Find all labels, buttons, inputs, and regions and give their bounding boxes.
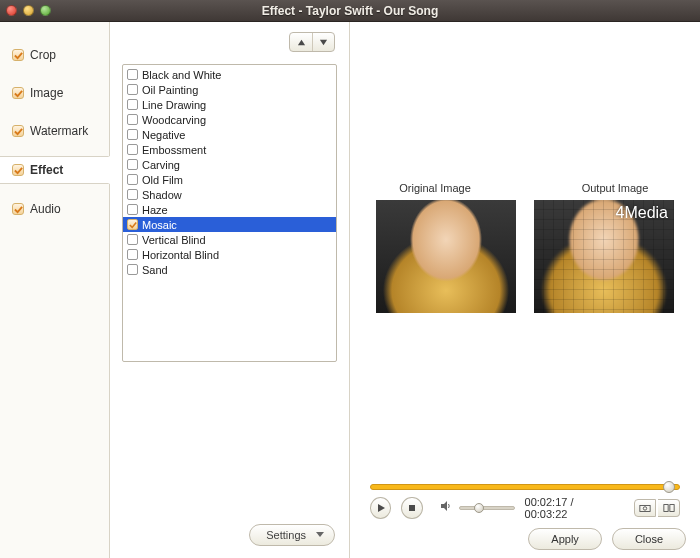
effect-checkbox[interactable] bbox=[127, 234, 138, 245]
effect-label: Shadow bbox=[142, 189, 182, 201]
settings-button-label: Settings bbox=[266, 529, 306, 541]
effect-label: Oil Painting bbox=[142, 84, 198, 96]
effect-row[interactable]: Woodcarving bbox=[123, 112, 336, 127]
sidebar-item-label: Effect bbox=[30, 163, 63, 177]
window-title: Effect - Taylor Swift - Our Song bbox=[0, 4, 700, 18]
effect-checkbox[interactable] bbox=[127, 159, 138, 170]
effect-list[interactable]: Black and WhiteOil PaintingLine DrawingW… bbox=[122, 64, 337, 362]
svg-rect-3 bbox=[663, 505, 667, 512]
effect-row[interactable]: Line Drawing bbox=[123, 97, 336, 112]
check-icon bbox=[12, 87, 24, 99]
reorder-buttons bbox=[289, 32, 335, 52]
move-down-button[interactable] bbox=[312, 33, 334, 51]
volume-control bbox=[439, 499, 515, 517]
effect-checkbox[interactable] bbox=[127, 129, 138, 140]
effect-checkbox[interactable] bbox=[127, 114, 138, 125]
stop-button[interactable] bbox=[401, 497, 422, 519]
svg-rect-4 bbox=[669, 505, 673, 512]
sidebar-item-label: Audio bbox=[30, 202, 61, 216]
check-icon bbox=[12, 49, 24, 61]
effect-label: Vertical Blind bbox=[142, 234, 206, 246]
effect-label: Sand bbox=[142, 264, 168, 276]
settings-button[interactable]: Settings bbox=[249, 524, 335, 546]
volume-thumb[interactable] bbox=[474, 503, 484, 513]
sidebar-item-label: Crop bbox=[30, 48, 56, 62]
sidebar-item-effect[interactable]: Effect bbox=[0, 156, 110, 184]
effect-row[interactable]: Oil Painting bbox=[123, 82, 336, 97]
effect-row[interactable]: Old Film bbox=[123, 172, 336, 187]
effect-label: Embossment bbox=[142, 144, 206, 156]
effect-label: Black and White bbox=[142, 69, 221, 81]
chevron-down-icon bbox=[316, 532, 324, 537]
effect-row[interactable]: Black and White bbox=[123, 67, 336, 82]
effect-row[interactable]: Sand bbox=[123, 262, 336, 277]
check-icon bbox=[12, 164, 24, 176]
check-icon bbox=[12, 125, 24, 137]
effect-label: Negative bbox=[142, 129, 185, 141]
effect-checkbox[interactable] bbox=[127, 204, 138, 215]
volume-slider[interactable] bbox=[459, 506, 515, 510]
apply-button[interactable]: Apply bbox=[528, 528, 602, 550]
effect-checkbox[interactable] bbox=[127, 84, 138, 95]
playback-controls: 00:02:17 / 00:03:22 bbox=[370, 496, 680, 520]
effect-row[interactable]: Horizontal Blind bbox=[123, 247, 336, 262]
effect-label: Carving bbox=[142, 159, 180, 171]
effect-label: Horizontal Blind bbox=[142, 249, 219, 261]
effect-checkbox[interactable] bbox=[127, 219, 138, 230]
effect-checkbox[interactable] bbox=[127, 174, 138, 185]
effect-checkbox[interactable] bbox=[127, 144, 138, 155]
svg-rect-0 bbox=[409, 505, 415, 511]
effect-label: Mosaic bbox=[142, 219, 177, 231]
effect-row[interactable]: Mosaic bbox=[123, 217, 336, 232]
effect-checkbox[interactable] bbox=[127, 69, 138, 80]
sidebar-item-label: Image bbox=[30, 86, 63, 100]
playback-thumb[interactable] bbox=[663, 481, 675, 493]
move-up-button[interactable] bbox=[290, 33, 312, 51]
close-button[interactable]: Close bbox=[612, 528, 686, 550]
sidebar-item-audio[interactable]: Audio bbox=[0, 196, 109, 222]
preview-panel: Original Image Output Image 4Media bbox=[350, 22, 700, 558]
preview-labels: Original Image Output Image bbox=[350, 182, 700, 194]
original-image-label: Original Image bbox=[365, 182, 505, 194]
effect-checkbox[interactable] bbox=[127, 264, 138, 275]
effect-row[interactable]: Shadow bbox=[123, 187, 336, 202]
effect-label: Haze bbox=[142, 204, 168, 216]
svg-point-2 bbox=[643, 507, 646, 510]
sidebar-item-watermark[interactable]: Watermark bbox=[0, 118, 109, 144]
playback-progress[interactable] bbox=[370, 484, 680, 490]
snapshot-button[interactable] bbox=[634, 499, 656, 517]
effect-row[interactable]: Embossment bbox=[123, 142, 336, 157]
original-image-preview bbox=[376, 200, 516, 313]
effect-checkbox[interactable] bbox=[127, 99, 138, 110]
sidebar-item-label: Watermark bbox=[30, 124, 88, 138]
effects-panel: Black and WhiteOil PaintingLine DrawingW… bbox=[110, 22, 350, 558]
effect-row[interactable]: Negative bbox=[123, 127, 336, 142]
effect-checkbox[interactable] bbox=[127, 189, 138, 200]
output-watermark: 4Media bbox=[616, 204, 668, 222]
playback-time: 00:02:17 / 00:03:22 bbox=[525, 496, 616, 520]
effect-row[interactable]: Haze bbox=[123, 202, 336, 217]
sidebar: CropImageWatermarkEffectAudio bbox=[0, 22, 110, 558]
effect-row[interactable]: Carving bbox=[123, 157, 336, 172]
effect-row[interactable]: Vertical Blind bbox=[123, 232, 336, 247]
titlebar: Effect - Taylor Swift - Our Song bbox=[0, 0, 700, 22]
check-icon bbox=[12, 203, 24, 215]
sidebar-item-crop[interactable]: Crop bbox=[0, 42, 109, 68]
effect-checkbox[interactable] bbox=[127, 249, 138, 260]
compare-button[interactable] bbox=[658, 499, 680, 517]
play-button[interactable] bbox=[370, 497, 391, 519]
effect-label: Line Drawing bbox=[142, 99, 206, 111]
volume-icon bbox=[439, 499, 453, 517]
output-image-preview: 4Media bbox=[534, 200, 674, 313]
effect-label: Old Film bbox=[142, 174, 183, 186]
sidebar-item-image[interactable]: Image bbox=[0, 80, 109, 106]
output-image-label: Output Image bbox=[545, 182, 685, 194]
effect-label: Woodcarving bbox=[142, 114, 206, 126]
